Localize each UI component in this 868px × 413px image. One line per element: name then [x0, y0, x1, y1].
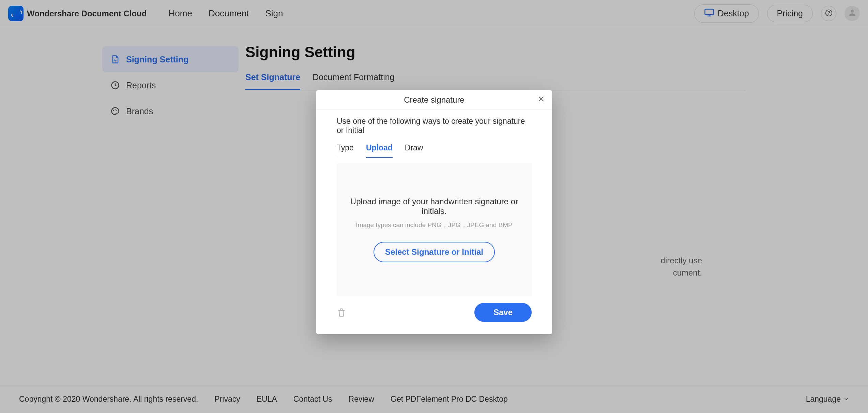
modal-tab-upload[interactable]: Upload [366, 141, 393, 158]
modal-tab-type[interactable]: Type [337, 141, 354, 158]
modal-close-button[interactable] [535, 94, 547, 106]
save-button[interactable]: Save [474, 303, 532, 322]
modal-tabs: Type Upload Draw [337, 141, 532, 158]
modal-title: Create signature [404, 95, 464, 105]
modal-header: Create signature [316, 90, 552, 110]
save-button-label: Save [493, 308, 513, 317]
upload-headline: Upload image of your handwritten signatu… [344, 197, 525, 216]
modal-body: Use one of the following ways to create … [316, 110, 552, 296]
modal-description: Use one of the following ways to create … [337, 117, 532, 135]
delete-signature-button[interactable] [337, 308, 346, 317]
upload-subtext: Image types can include PNG，JPG，JPEG and… [356, 221, 512, 230]
create-signature-modal: Create signature Use one of the followin… [316, 90, 552, 334]
modal-footer: Save [316, 296, 552, 322]
upload-dropzone[interactable]: Upload image of your handwritten signatu… [337, 163, 532, 296]
close-icon [537, 95, 545, 105]
select-signature-button-label: Select Signature or Initial [385, 247, 483, 257]
trash-icon [337, 310, 346, 319]
modal-tab-draw[interactable]: Draw [405, 141, 423, 158]
select-signature-button[interactable]: Select Signature or Initial [374, 242, 495, 262]
